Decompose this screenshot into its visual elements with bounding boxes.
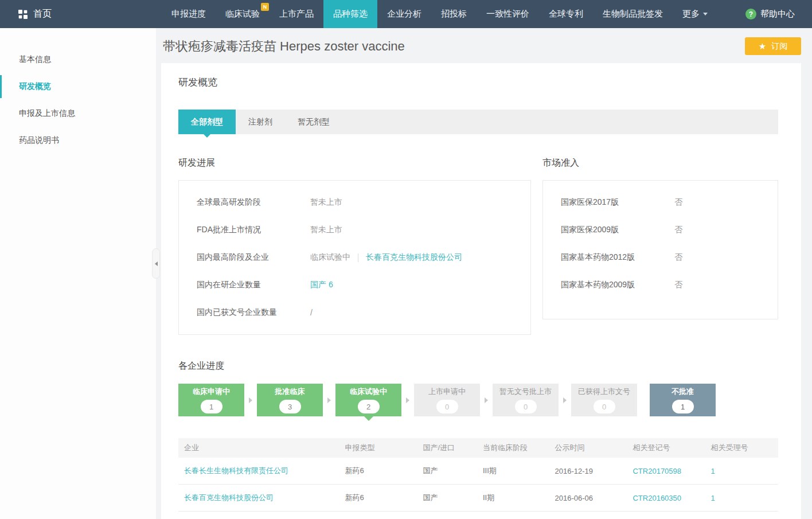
- help-center-label: 帮助中心: [760, 9, 795, 19]
- info-value: 临床试验中 长春百克生物科技股份公司: [310, 252, 462, 263]
- nav-item-declaration-progress[interactable]: 申报进度: [162, 0, 216, 28]
- nav-home-label: 首页: [33, 8, 52, 20]
- info-value: 暂未上市: [310, 225, 342, 235]
- cell-origin: 国产: [418, 458, 478, 485]
- domestic-highest-stage: 临床试验中: [310, 252, 350, 263]
- info-row: 国家基本药物2009版 否: [543, 271, 778, 299]
- title-row: 带状疱疹减毒活疫苗 Herpes zoster vaccine ★ 订阅: [161, 28, 801, 63]
- sidebar-item-basic-info[interactable]: 基本信息: [0, 48, 156, 71]
- arrow-right-icon: [485, 397, 488, 403]
- market-access-box: 国家医保2017版 否 国家医保2009版 否 国家基本药物2012版 否: [542, 180, 778, 319]
- table-row: 长春百克生物科技股份公司 新药6 国产 II期 2016-06-06 CTR20…: [178, 485, 778, 512]
- companies-table-wrap: 企业 申报类型 国产/进口 当前临床阶段 公示时间 相关登记号 相关受理号 长春…: [178, 438, 778, 519]
- flow-step-label: 不批准: [672, 387, 694, 397]
- domestic-company-count-link[interactable]: 国产 6: [310, 280, 333, 290]
- info-row: 国内最高阶段及企业 临床试验中 长春百克生物科技股份公司: [179, 244, 530, 271]
- company-link[interactable]: 长春长生生物科技有限责任公司: [184, 466, 288, 475]
- col-header-company: 企业: [178, 438, 340, 458]
- info-panels: 研发进展 全球最高研发阶段 暂未上市 FDA批准上市情况 暂未上市 国内最高阶段…: [178, 157, 778, 335]
- table-row: 长春长生生物科技有限责任公司 新药6 国产 III期 2016-12-19 CT…: [178, 458, 778, 485]
- rd-progress-box: 全球最高研发阶段 暂未上市 FDA批准上市情况 暂未上市 国内最高阶段及企业 临…: [178, 180, 531, 335]
- info-label: 全球最高研发阶段: [197, 197, 310, 208]
- flow-step-count: 1: [672, 400, 694, 413]
- cell-publish-date: 2016-12-19: [551, 458, 628, 485]
- col-header-publish-date: 公示时间: [551, 438, 628, 458]
- acceptance-no-link[interactable]: 1: [710, 494, 715, 502]
- help-center-button[interactable]: ? 帮助中心: [728, 0, 812, 28]
- arrow-right-icon: [406, 397, 409, 403]
- flow-step-approved-no-license[interactable]: 暂无文号批上市 0: [493, 384, 559, 416]
- cell-clinical-phase: III期: [478, 458, 551, 485]
- rd-progress-panel: 研发进展 全球最高研发阶段 暂未上市 FDA批准上市情况 暂未上市 国内最高阶段…: [178, 157, 531, 335]
- flow-step-label: 上市申请中: [428, 387, 466, 397]
- nav-item-biologics-batch-release[interactable]: 生物制品批签发: [593, 0, 673, 28]
- col-header-origin: 国产/进口: [418, 438, 478, 458]
- flow-step-count: 0: [515, 400, 537, 413]
- subscribe-label: 订阅: [771, 41, 787, 52]
- info-row: 国家医保2017版 否: [543, 189, 778, 216]
- sidebar-item-rd-overview[interactable]: 研发概览: [0, 75, 156, 98]
- info-label: 国家基本药物2012版: [561, 252, 674, 263]
- col-header-declaration-type: 申报类型: [340, 438, 418, 458]
- section-title: 研发概览: [178, 76, 778, 89]
- info-value: 否: [674, 252, 682, 263]
- company-progress-title: 各企业进度: [178, 360, 778, 372]
- nav-item-bidding[interactable]: 招投标: [431, 0, 477, 28]
- nav-item-more-label: 更多: [682, 9, 700, 19]
- nav-item-variety-screening[interactable]: 品种筛选: [323, 0, 377, 28]
- flow-step-market-application[interactable]: 上市申请中 0: [414, 384, 480, 416]
- col-header-acceptance-no: 相关受理号: [706, 438, 778, 458]
- main-menu: 申报进度 临床试验 N 上市产品 品种筛选 企业分析 招投标 一致性评价 全球专…: [162, 0, 717, 28]
- dosage-form-tabs: 全部剂型 注射剂 暂无剂型: [178, 110, 778, 134]
- cell-origin: 国产: [418, 485, 478, 512]
- sidebar-item-declaration-market-info[interactable]: 申报及上市信息: [0, 102, 156, 125]
- sidebar-collapse-handle[interactable]: [152, 248, 160, 279]
- tab-all-dosage-forms[interactable]: 全部剂型: [178, 110, 236, 134]
- nav-item-marketed-products[interactable]: 上市产品: [270, 0, 323, 28]
- flow-step-count: 0: [594, 400, 615, 413]
- col-header-clinical-phase: 当前临床阶段: [478, 438, 551, 458]
- market-access-panel: 市场准入 国家医保2017版 否 国家医保2009版 否 国家基本药物2012版: [542, 157, 778, 335]
- flow-step-clinical-approved[interactable]: 批准临床 3: [257, 384, 323, 416]
- nav-item-more[interactable]: 更多: [673, 0, 717, 28]
- new-badge: N: [261, 3, 269, 11]
- info-row: 国内在研企业数量 国产 6: [179, 271, 530, 299]
- company-link[interactable]: 长春百克生物科技股份公司: [366, 252, 462, 263]
- nav-item-clinical-trials-label: 临床试验: [225, 9, 260, 19]
- info-label: 国内已获文号企业数量: [197, 307, 310, 318]
- nav-item-global-patents[interactable]: 全球专利: [539, 0, 593, 28]
- info-label: 国家基本药物2009版: [561, 280, 674, 290]
- info-value: 否: [674, 225, 682, 235]
- flow-step-count: 2: [358, 400, 380, 413]
- flow-step-clinical-application[interactable]: 临床申请中 1: [178, 384, 244, 416]
- arrow-right-icon: [249, 397, 252, 403]
- rd-progress-title: 研发进展: [178, 157, 531, 169]
- company-link[interactable]: 长春百克生物科技股份公司: [184, 493, 274, 502]
- nav-home[interactable]: 首页: [0, 0, 61, 28]
- info-label: 国家医保2009版: [561, 225, 674, 235]
- nav-item-enterprise-analysis[interactable]: 企业分析: [377, 0, 431, 28]
- flow-step-label: 临床试验中: [350, 387, 387, 397]
- companies-table: 企业 申报类型 国产/进口 当前临床阶段 公示时间 相关登记号 相关受理号 长春…: [178, 438, 778, 512]
- table-header-row: 企业 申报类型 国产/进口 当前临床阶段 公示时间 相关登记号 相关受理号: [178, 438, 778, 458]
- flow-step-clinical-trial-ongoing[interactable]: 临床试验中 2: [335, 384, 401, 416]
- flow-step-label: 已获得上市文号: [578, 387, 630, 397]
- tab-injection[interactable]: 注射剂: [236, 110, 285, 134]
- chevron-down-icon: [703, 13, 708, 15]
- flow-step-license-obtained[interactable]: 已获得上市文号 0: [571, 384, 637, 416]
- flow-step-not-approved[interactable]: 不批准 1: [650, 384, 716, 416]
- info-row: FDA批准上市情况 暂未上市: [179, 216, 530, 244]
- sidebar-item-drug-instructions[interactable]: 药品说明书: [0, 129, 156, 152]
- acceptance-no-link[interactable]: 1: [710, 467, 715, 475]
- info-value: 否: [674, 197, 682, 208]
- registration-no-link[interactable]: CTR20160350: [633, 494, 681, 502]
- nav-item-clinical-trials[interactable]: 临床试验 N: [216, 0, 270, 28]
- nav-item-consistency-evaluation[interactable]: 一致性评价: [477, 0, 539, 28]
- subscribe-button[interactable]: ★ 订阅: [745, 37, 801, 55]
- info-row: 国家医保2009版 否: [543, 216, 778, 244]
- registration-no-link[interactable]: CTR20170598: [633, 467, 681, 475]
- tab-no-dosage-form[interactable]: 暂无剂型: [285, 110, 342, 134]
- arrow-right-icon: [327, 397, 331, 403]
- page-title: 带状疱疹减毒活疫苗 Herpes zoster vaccine: [163, 38, 405, 55]
- flow-step-count: 3: [279, 400, 301, 413]
